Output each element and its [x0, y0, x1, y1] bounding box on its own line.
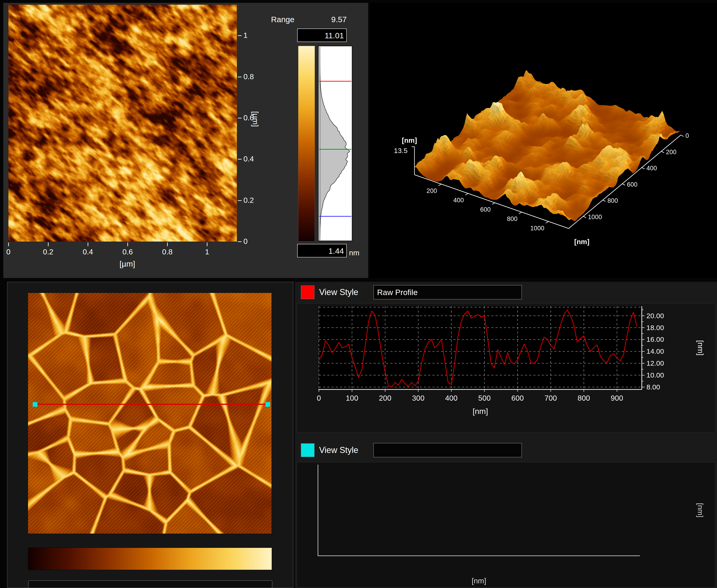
surface-3d-panel: [nm] 13.5 [nm] — [370, 3, 717, 278]
profile2-view-style-label: View Style — [319, 445, 358, 455]
topography-image[interactable] — [8, 5, 237, 241]
afm-analysis-window: [µm] [µm] Range 9.57 11.01 1.44 nm 00.20… — [0, 0, 717, 588]
y-axis-tick — [238, 241, 241, 242]
range-label: Range — [271, 15, 294, 24]
y-axis-tick — [238, 200, 241, 201]
x-axis-tick-label: 0.2 — [39, 248, 58, 256]
x-axis-tick-label: 0.6 — [118, 248, 137, 256]
height-histogram-canvas — [319, 46, 352, 240]
scale-unit-label: nm — [349, 249, 359, 257]
surface-3d-axis-unit-label: [nm] — [574, 238, 589, 246]
z-axis-max-value: 13.5 — [394, 147, 407, 155]
y-axis-tick — [238, 77, 241, 77]
x-axis-tick-label: 1 — [198, 248, 216, 256]
scale-min-input[interactable]: 1.44 — [297, 244, 347, 257]
profile-handle-right[interactable] — [266, 402, 270, 407]
profile-image-panel — [7, 282, 293, 588]
y-axis-tick — [238, 159, 241, 160]
scale-max-input[interactable]: 11.01 — [297, 28, 347, 42]
profile-line[interactable] — [36, 404, 269, 405]
profile-source-image[interactable] — [28, 293, 272, 533]
profile1-view-style-label: View Style — [319, 287, 358, 297]
y-axis-tick-label: 0.4 — [244, 155, 265, 163]
topography-x-axis-label: [µm] — [109, 259, 146, 268]
z-axis-unit-label: [nm] — [402, 136, 417, 144]
x-axis-tick — [48, 243, 48, 246]
profile1-color-swatch[interactable] — [301, 286, 314, 299]
y-axis-tick-label: 0.6 — [244, 113, 265, 122]
profile2-chart — [297, 462, 715, 588]
y-axis-tick-label: 0.8 — [244, 72, 265, 81]
profiles-panel: View Style View Style — [295, 282, 717, 588]
scale-max-value: 11.01 — [324, 31, 344, 40]
color-scale-bar[interactable] — [298, 46, 315, 241]
y-axis-tick-label: 1 — [244, 31, 265, 40]
info-box[interactable] — [28, 580, 272, 588]
profile2-chart-canvas[interactable] — [297, 462, 715, 587]
x-axis-tick — [88, 243, 88, 246]
profile1-style-input[interactable] — [373, 285, 522, 299]
range-value: 9.57 — [312, 15, 347, 24]
profile1-chart — [297, 303, 715, 433]
y-axis-tick — [238, 118, 241, 119]
x-axis-tick — [8, 243, 9, 246]
y-axis-tick — [238, 35, 241, 36]
x-axis-tick — [167, 243, 168, 246]
surface-3d-view[interactable] — [370, 3, 717, 278]
profile1-chart-canvas[interactable] — [297, 303, 715, 433]
profile2-color-swatch[interactable] — [301, 443, 314, 457]
y-axis-tick-label: 0.2 — [244, 196, 265, 205]
x-axis-tick-label: 0.8 — [158, 248, 176, 256]
x-axis-tick — [127, 243, 128, 246]
x-axis-tick-label: 0.4 — [79, 248, 97, 256]
y-axis-tick-label: 0 — [244, 237, 265, 246]
height-histogram — [318, 46, 352, 241]
scale-min-value: 1.44 — [329, 247, 344, 255]
color-gradient-bar[interactable] — [28, 548, 272, 570]
topography-panel: [µm] [µm] Range 9.57 11.01 1.44 nm 00.20… — [3, 3, 368, 278]
profile2-style-input[interactable] — [373, 443, 522, 457]
x-axis-tick — [207, 243, 208, 246]
profile-handle-left[interactable] — [33, 402, 37, 407]
x-axis-tick-label: 0 — [0, 248, 18, 256]
